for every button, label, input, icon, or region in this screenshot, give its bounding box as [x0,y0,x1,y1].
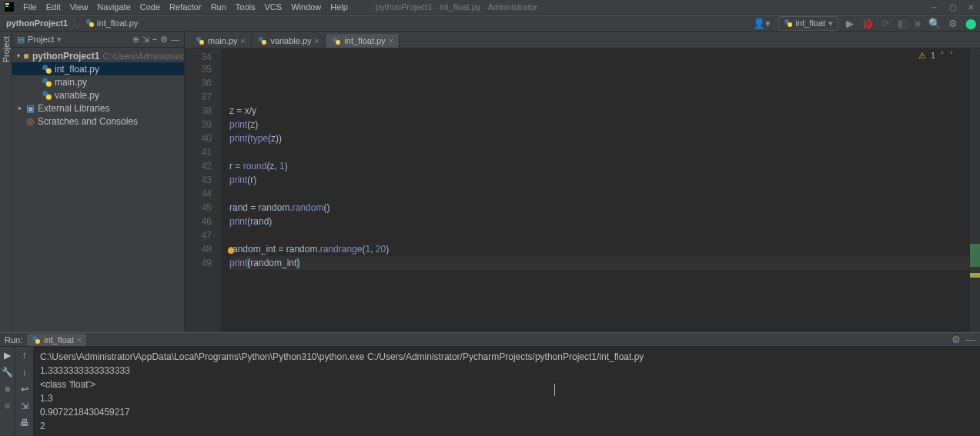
gear-icon[interactable]: ⚙ [952,334,961,345]
editor-tabs: main.py × variable.py × int_float.py × [185,32,980,48]
menu-code[interactable]: Code [135,0,165,15]
menu-file[interactable]: File [18,0,42,15]
project-panel-title[interactable]: Project [28,35,54,44]
library-icon: ▣ [25,103,35,114]
editor-tab[interactable]: int_float.py × [326,34,400,48]
python-file-icon [258,36,267,45]
breadcrumb-file[interactable]: int_float.py [82,18,141,28]
modify-run-button[interactable]: 🔧 [2,367,13,378]
collapse-up-icon[interactable]: ˄ [940,48,945,62]
down-icon[interactable]: ↓ [22,367,27,378]
close-icon[interactable]: × [315,37,319,45]
project-view-icon: ▤ [17,35,25,45]
editor-tab[interactable]: variable.py × [252,34,326,48]
svg-rect-1 [5,3,9,5]
run-panel-title: Run: [5,335,22,344]
python-file-icon [85,18,95,28]
menu-help[interactable]: Help [326,0,353,15]
collapse-all-icon[interactable]: ÷ [152,35,157,44]
warning-indicator-icon[interactable]: ⚠ [918,48,926,62]
folder-icon: ■ [22,51,30,62]
tree-scratches[interactable]: ◎ Scratches and Consoles [12,115,184,128]
close-icon[interactable]: × [241,37,246,45]
menu-edit[interactable]: Edit [42,0,65,15]
expand-all-icon[interactable]: ⇲ [142,35,149,45]
chevron-right-icon[interactable]: ▸ [15,105,25,111]
svg-point-18 [336,40,340,45]
chevron-down-icon[interactable]: ▾ [57,35,62,45]
python-file-icon [32,335,41,344]
tree-root[interactable]: ▾ ■ pythonProject1 C:\Users\Administrato… [12,49,184,62]
run-config-selector[interactable]: int_float ▾ [778,16,839,31]
project-tool-tab[interactable]: Project [0,32,12,332]
stop-button[interactable]: ■ [915,18,921,29]
tree-file[interactable]: variable.py [12,88,184,102]
project-panel: ▤ Project ▾ ⊕ ⇲ ÷ ⚙ — ▾ ■ pythonProject1… [12,32,185,332]
run-toolbar-vertical: ↑ ↓ ↩ ⇲ 🖶 [15,347,34,436]
python-file-icon [784,18,793,28]
up-icon[interactable]: ↑ [22,350,27,361]
python-console-icon[interactable]: ⬤ [965,18,977,29]
run-tab[interactable]: int_float × [27,334,86,346]
code-editor[interactable]: ⚠ 1 ˄ ˅ z = x/yprint(z)print(type(z))r =… [222,48,969,332]
menu-window[interactable]: Window [286,0,326,15]
gear-icon[interactable]: ⚙ [160,35,168,45]
window-minimize-button[interactable]: ─ [925,0,943,15]
profile-button[interactable]: ◧ [898,18,907,29]
svg-point-10 [46,81,52,86]
scratches-icon: ◎ [25,116,35,127]
chevron-down-icon[interactable]: ▾ [15,52,22,59]
run-tool-window: Run: int_float × ⚙ — ▶ 🔧 ■ ≡ ↑ ↓ ↩ ⇲ � [0,332,980,436]
breadcrumb-project[interactable]: pythonProject1 [3,18,71,28]
tree-external-libraries[interactable]: ▸ ▣ External Libraries [12,102,184,115]
debug-button[interactable]: 🐞 [861,18,874,29]
close-icon[interactable]: × [77,335,82,344]
svg-point-8 [46,68,52,73]
window-close-button[interactable]: ✕ [962,0,980,15]
collapse-down-icon[interactable]: ˅ [949,48,954,62]
soft-wrap-icon[interactable]: ↩ [21,384,28,394]
python-file-icon [42,90,52,101]
close-icon[interactable]: × [389,37,393,45]
svg-point-16 [262,40,266,45]
svg-rect-2 [5,5,8,7]
menu-navigate[interactable]: Navigate [92,0,135,15]
run-output[interactable]: C:\Users\Administrator\AppData\Local\Pro… [34,347,980,436]
chevron-down-icon: ▾ [828,18,833,28]
scroll-end-icon[interactable]: ⇲ [21,401,28,411]
settings-button[interactable]: ⚙ [948,18,958,29]
tree-file[interactable]: main.py [12,75,184,88]
project-tree[interactable]: ▾ ■ pythonProject1 C:\Users\Administrato… [12,48,184,332]
warning-count: 1 [931,48,935,62]
hide-panel-icon[interactable]: — [171,35,179,44]
stop-button[interactable]: ■ [2,384,13,394]
svg-point-12 [46,94,52,99]
user-icon[interactable]: 👤▾ [753,18,771,29]
menu-run[interactable]: Run [206,0,231,15]
menu-tools[interactable]: Tools [231,0,260,15]
editor-gutter[interactable]: 34353637383940414243444546474849 [185,48,222,332]
menu-vcs[interactable]: VCS [260,0,287,15]
hide-panel-icon[interactable]: — [965,334,975,345]
window-maximize-button[interactable]: ▢ [943,0,962,15]
svg-point-20 [35,339,40,344]
search-everywhere-button[interactable]: 🔍 [928,18,941,29]
rerun-button[interactable]: ▶ [2,350,13,361]
run-button[interactable]: ▶ [846,18,854,29]
run-coverage-button[interactable]: ⟳ [881,18,890,29]
locate-file-icon[interactable]: ⊕ [132,35,139,45]
sidebar-project-label: Project [2,36,11,62]
editor-error-stripe[interactable] [969,48,980,332]
window-context: pythonProject1 - int_float.py - Administ… [376,2,537,12]
print-icon[interactable]: 🖶 [20,418,29,428]
navigation-bar: pythonProject1 〉 int_float.py 👤▾ int_flo… [0,15,980,32]
menu-view[interactable]: View [65,0,93,15]
editor-tab[interactable]: main.py × [189,34,252,48]
python-file-icon [42,77,52,88]
menu-refactor[interactable]: Refactor [165,0,206,15]
svg-point-4 [89,22,94,27]
tree-file[interactable]: int_float.py [12,62,184,75]
svg-point-6 [788,22,792,27]
chevron-right-icon: 〉 [72,18,81,29]
layout-button[interactable]: ≡ [2,401,13,411]
